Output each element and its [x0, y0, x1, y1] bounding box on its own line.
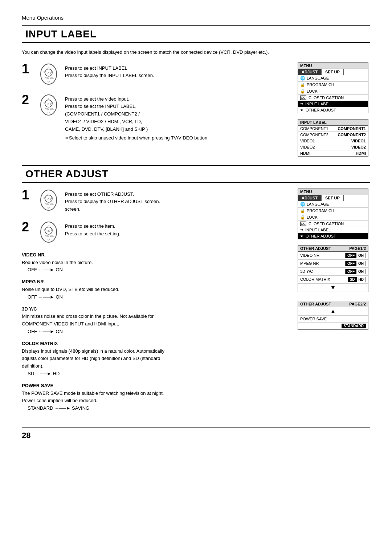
remote-icon-1: OK CH CH VOL VOL CH CH [37, 62, 61, 86]
video-nr-arrow: OFF ←──► ON [28, 266, 290, 274]
svg-text:CH: CH [51, 229, 54, 231]
other-adjust-content: 1 OK CH CH VOL VOL CH CH Press to select… [22, 189, 370, 417]
oa-menu-item-language[interactable]: 🌐 LANGUAGE [298, 201, 368, 208]
svg-text:CH: CH [44, 197, 46, 199]
row-right: COMPONENT2 [327, 132, 368, 138]
mpeg-nr-toggle[interactable]: OFF ON [345, 261, 366, 266]
oa-language-icon: 🌐 [300, 202, 305, 207]
tab-setup[interactable]: SET UP [322, 69, 344, 75]
other-adjust-icon: ★ [300, 108, 303, 112]
video-nr-off[interactable]: OFF [346, 253, 356, 258]
oa-tab-adjust[interactable]: ADJUST [298, 195, 322, 201]
remote-icon-2: OK CH CH VOL VOL CH CH [37, 93, 61, 117]
row-right: VIDEO1 [327, 138, 368, 144]
other-adjust-page1-box: OTHER ADJUST PAGE1/2 VIDEO NR OFF ON MPE… [298, 245, 368, 292]
breadcrumb-text: Menu Operations [22, 15, 64, 21]
color-matrix-row: COLOR MATRIX SD HD [298, 276, 368, 284]
oa-program-ch-icon: 🔒 [300, 208, 305, 213]
video-nr-title: VIDEO NR [22, 251, 290, 259]
other-adjust-page2-box: OTHER ADJUST PAGE2/2 ▲ POWER SAVE STANDA… [298, 301, 368, 330]
menu-item-other-adjust[interactable]: ★ OTHER ADJUST [298, 107, 368, 113]
oa-program-ch-label: PROGRAM CH [307, 208, 334, 213]
mpeg-nr-text: Noise unique to DVD, STB etc will be red… [22, 286, 290, 293]
lock-icon: 🔓 [300, 89, 305, 94]
svg-text:VOL: VOL [50, 108, 54, 110]
menu-tabs: ADJUST SET UP [298, 69, 368, 75]
oa-tab-setup[interactable]: SET UP [322, 195, 344, 201]
oa-menu-item-lock[interactable]: 🔓 LOCK [298, 214, 368, 221]
row-left: COMPONENT2 [298, 132, 327, 138]
menu-item-input-label[interactable]: ➡ INPUT LABEL [298, 101, 368, 107]
desc-color-matrix: COLOR MATRIX Displays input signals (480… [22, 340, 290, 378]
svg-text:VOL: VOL [45, 108, 49, 110]
oa-other-adjust-label: OTHER ADJUST [306, 234, 336, 238]
page1-title: OTHER ADJUST [300, 246, 331, 251]
menu-item-closed-caption[interactable]: CC CLOSED CAPTION [298, 95, 368, 101]
step2-instruction4: VIDEO1 / VIDEO2 / HDMI, VCR, LD, [65, 118, 290, 126]
3d-yc-on[interactable]: ON [356, 269, 366, 274]
language-label: LANGUAGE [307, 76, 329, 80]
svg-text:CH: CH [48, 112, 50, 114]
mpeg-nr-off[interactable]: OFF [346, 261, 356, 266]
color-matrix-sd[interactable]: SD [348, 277, 357, 282]
oa-input-label-icon: ➡ [300, 228, 303, 232]
step2-instruction2: Press to select the INPUT LABEL. [65, 103, 290, 110]
oa-step2-instructions: Press to select the item. Press to selec… [65, 220, 290, 238]
closed-caption-label: CLOSED CAPTION [309, 96, 344, 100]
oa-menu-item-program-ch[interactable]: 🔒 PROGRAM CH [298, 208, 368, 214]
other-adjust-descriptions: VIDEO NR Reduce video noise in the pictu… [22, 251, 290, 412]
tab-adjust[interactable]: ADJUST [298, 69, 322, 75]
standard-btn[interactable]: STANDARD [342, 324, 366, 328]
oa-menu-item-input-label[interactable]: ➡ INPUT LABEL [298, 227, 368, 233]
oa-menu-item-closed-caption[interactable]: CC CLOSED CAPTION [298, 221, 368, 227]
video-nr-on[interactable]: ON [356, 253, 366, 258]
mpeg-nr-arrow: OFF ←──► ON [28, 293, 290, 301]
oa-menu-item-other-adjust[interactable]: ★ OTHER ADJUST [298, 233, 368, 239]
color-matrix-hd[interactable]: HD [357, 277, 366, 282]
video-nr-toggle[interactable]: OFF ON [345, 253, 366, 258]
closed-caption-icon: CC [300, 96, 306, 100]
3d-yc-toggle[interactable]: OFF ON [345, 269, 366, 274]
step2-note: ∗Select to skip unused video input when … [65, 134, 290, 142]
color-matrix-toggle[interactable]: SD HD [348, 277, 366, 282]
power-save-row-label: POWER SAVE [298, 316, 368, 323]
input-label-right-panels: MENU ADJUST SET UP 🌐 LANGUAGE 🔒 PROGRAM … [298, 62, 370, 157]
menu-item-lock[interactable]: 🔓 LOCK [298, 88, 368, 95]
remote-icon-3: OK CH CH VOL VOL CH CH [37, 189, 61, 212]
breadcrumb: Menu Operations [22, 15, 370, 23]
step1-instructions: Press to select INPUT LABEL. Press to di… [65, 62, 290, 80]
menu-item-program-ch[interactable]: 🔒 PROGRAM CH [298, 82, 368, 88]
step1-instruction1: Press to select INPUT LABEL. [65, 65, 290, 72]
input-label-title: INPUT LABEL [22, 25, 370, 43]
3d-yc-off[interactable]: OFF [346, 269, 356, 274]
mpeg-nr-on[interactable]: ON [356, 261, 366, 266]
color-matrix-row-label: COLOR MATRIX [300, 277, 330, 281]
power-save-text: The POWER SAVE mode is suitable for watc… [22, 390, 290, 405]
svg-text:CH: CH [51, 71, 54, 73]
page2-header: OTHER ADJUST PAGE2/2 [298, 301, 368, 307]
step2-number: 2 [22, 93, 33, 106]
table-row: COMPONENT1 COMPONENT1 [298, 126, 368, 132]
menu-item-language[interactable]: 🌐 LANGUAGE [298, 75, 368, 82]
page2-num: PAGE2/2 [349, 302, 366, 306]
page1-arrow-down: ▼ [298, 284, 368, 292]
oa-closed-caption-icon: CC [300, 222, 306, 226]
svg-text:CH: CH [44, 71, 46, 73]
input-label-steps: 1 OK CH CH VOL VOL CH CH Press to select… [22, 62, 290, 157]
3d-yc-row: 3D Y/C OFF ON [298, 268, 368, 276]
other-adjust-right-panels: MENU ADJUST SET UP 🌐 LANGUAGE 🔒 PROGRAM … [298, 189, 370, 417]
oa-step1-instr2: Press to display the OTHER ADJUST screen… [65, 198, 290, 206]
svg-text:CH: CH [44, 102, 46, 104]
svg-text:CH: CH [48, 193, 50, 195]
oa-step1-instr1: Press to select OTHER ADJUST. [65, 191, 290, 198]
table-row: VIDEO2 VIDEO2 [298, 144, 368, 150]
oa-input-label-menu-label: INPUT LABEL [305, 228, 331, 232]
oa-language-label: LANGUAGE [307, 202, 329, 206]
other-adjust-label: OTHER ADJUST [306, 108, 336, 112]
input-label-intro: You can change the video input labels di… [22, 49, 370, 56]
input-label-step1: 1 OK CH CH VOL VOL CH CH Press to select… [22, 62, 290, 86]
step1-instruction2: Press to display the INPUT LABEL screen. [65, 72, 290, 80]
remote-icon-4: UK CH CH VOL VOL CH CH [37, 220, 61, 244]
input-label-icon: ➡ [300, 102, 303, 106]
power-save-arrow: STANDARD ←──► SAVING [28, 405, 290, 412]
